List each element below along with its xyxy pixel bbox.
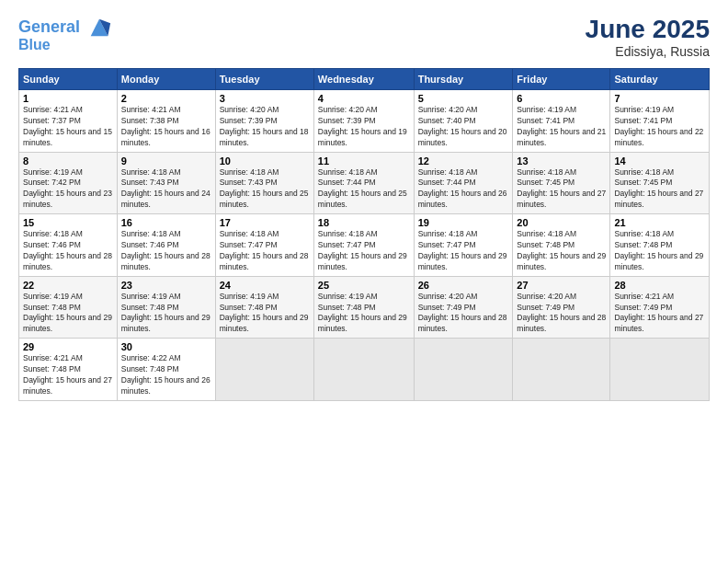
day-number: 16 xyxy=(121,217,211,228)
day-info: Sunrise: 4:18 AM Sunset: 7:47 PM Dayligh… xyxy=(418,229,509,273)
calendar-cell: 18 Sunrise: 4:18 AM Sunset: 7:47 PM Dayl… xyxy=(313,214,414,277)
day-number: 11 xyxy=(318,155,410,167)
calendar-cell: 4 Sunrise: 4:20 AM Sunset: 7:39 PM Dayli… xyxy=(313,90,414,153)
header-wednesday: Wednesday xyxy=(313,69,414,90)
calendar-table: Sunday Monday Tuesday Wednesday Thursday… xyxy=(18,68,710,401)
day-number: 23 xyxy=(121,280,211,291)
day-info: Sunrise: 4:19 AM Sunset: 7:48 PM Dayligh… xyxy=(23,292,113,336)
header-monday: Monday xyxy=(117,69,215,90)
day-number: 13 xyxy=(517,155,606,167)
calendar-week-row: 1 Sunrise: 4:21 AM Sunset: 7:37 PM Dayli… xyxy=(19,90,710,153)
calendar-cell: 19 Sunrise: 4:18 AM Sunset: 7:47 PM Dayl… xyxy=(414,214,513,277)
logo-icon xyxy=(86,15,112,40)
day-number: 12 xyxy=(418,155,509,167)
header-thursday: Thursday xyxy=(414,69,513,90)
day-info: Sunrise: 4:19 AM Sunset: 7:42 PM Dayligh… xyxy=(23,167,113,212)
month-title: June 2025 xyxy=(586,15,710,44)
day-number: 24 xyxy=(220,280,310,291)
calendar-week-row: 8 Sunrise: 4:19 AM Sunset: 7:42 PM Dayli… xyxy=(19,152,710,214)
day-number: 26 xyxy=(418,280,509,291)
calendar-cell: 13 Sunrise: 4:18 AM Sunset: 7:45 PM Dayl… xyxy=(513,152,610,214)
calendar-cell: 8 Sunrise: 4:19 AM Sunset: 7:42 PM Dayli… xyxy=(19,152,118,214)
calendar-cell xyxy=(610,339,710,401)
calendar-cell: 25 Sunrise: 4:19 AM Sunset: 7:48 PM Dayl… xyxy=(313,276,414,339)
header-friday: Friday xyxy=(513,69,610,90)
calendar-cell: 28 Sunrise: 4:21 AM Sunset: 7:49 PM Dayl… xyxy=(610,276,710,339)
day-info: Sunrise: 4:18 AM Sunset: 7:46 PM Dayligh… xyxy=(121,229,211,273)
day-info: Sunrise: 4:18 AM Sunset: 7:45 PM Dayligh… xyxy=(614,167,705,212)
day-info: Sunrise: 4:18 AM Sunset: 7:48 PM Dayligh… xyxy=(517,229,606,273)
calendar-cell: 12 Sunrise: 4:18 AM Sunset: 7:44 PM Dayl… xyxy=(414,152,513,214)
day-number: 29 xyxy=(23,341,113,352)
day-number: 14 xyxy=(614,155,705,167)
day-info: Sunrise: 4:21 AM Sunset: 7:38 PM Dayligh… xyxy=(121,105,211,149)
calendar-cell: 29 Sunrise: 4:21 AM Sunset: 7:48 PM Dayl… xyxy=(19,339,118,401)
header-sunday: Sunday xyxy=(19,69,118,90)
day-number: 9 xyxy=(121,155,211,167)
day-info: Sunrise: 4:19 AM Sunset: 7:41 PM Dayligh… xyxy=(614,105,705,149)
day-info: Sunrise: 4:18 AM Sunset: 7:43 PM Dayligh… xyxy=(121,167,211,212)
calendar-cell: 30 Sunrise: 4:22 AM Sunset: 7:48 PM Dayl… xyxy=(117,339,215,401)
day-number: 20 xyxy=(517,217,606,228)
calendar-cell: 9 Sunrise: 4:18 AM Sunset: 7:43 PM Dayli… xyxy=(117,152,215,214)
day-info: Sunrise: 4:18 AM Sunset: 7:48 PM Dayligh… xyxy=(614,229,705,273)
calendar-week-row: 29 Sunrise: 4:21 AM Sunset: 7:48 PM Dayl… xyxy=(19,339,710,401)
calendar-cell: 21 Sunrise: 4:18 AM Sunset: 7:48 PM Dayl… xyxy=(610,214,710,277)
day-info: Sunrise: 4:18 AM Sunset: 7:47 PM Dayligh… xyxy=(220,229,310,273)
calendar-cell: 10 Sunrise: 4:18 AM Sunset: 7:43 PM Dayl… xyxy=(215,152,313,214)
calendar-cell: 3 Sunrise: 4:20 AM Sunset: 7:39 PM Dayli… xyxy=(215,90,313,153)
day-number: 10 xyxy=(220,155,310,167)
day-number: 19 xyxy=(418,217,509,228)
day-info: Sunrise: 4:20 AM Sunset: 7:39 PM Dayligh… xyxy=(220,105,310,149)
day-info: Sunrise: 4:18 AM Sunset: 7:43 PM Dayligh… xyxy=(220,167,310,212)
calendar-cell: 26 Sunrise: 4:20 AM Sunset: 7:49 PM Dayl… xyxy=(414,276,513,339)
calendar-cell: 23 Sunrise: 4:19 AM Sunset: 7:48 PM Dayl… xyxy=(117,276,215,339)
calendar-cell: 11 Sunrise: 4:18 AM Sunset: 7:44 PM Dayl… xyxy=(313,152,414,214)
day-number: 5 xyxy=(418,93,509,104)
calendar-cell: 5 Sunrise: 4:20 AM Sunset: 7:40 PM Dayli… xyxy=(414,90,513,153)
calendar-cell: 22 Sunrise: 4:19 AM Sunset: 7:48 PM Dayl… xyxy=(19,276,118,339)
calendar-cell: 20 Sunrise: 4:18 AM Sunset: 7:48 PM Dayl… xyxy=(513,214,610,277)
page: General Blue June 2025 Edissiya, Russia … xyxy=(0,0,728,563)
calendar-header-row: Sunday Monday Tuesday Wednesday Thursday… xyxy=(19,69,710,90)
day-info: Sunrise: 4:20 AM Sunset: 7:49 PM Dayligh… xyxy=(418,292,509,336)
day-info: Sunrise: 4:21 AM Sunset: 7:49 PM Dayligh… xyxy=(614,292,705,336)
day-info: Sunrise: 4:20 AM Sunset: 7:40 PM Dayligh… xyxy=(418,105,509,149)
day-number: 22 xyxy=(23,280,113,291)
day-info: Sunrise: 4:18 AM Sunset: 7:44 PM Dayligh… xyxy=(418,167,509,212)
calendar-cell xyxy=(513,339,610,401)
calendar-cell: 2 Sunrise: 4:21 AM Sunset: 7:38 PM Dayli… xyxy=(117,90,215,153)
day-number: 28 xyxy=(614,280,705,291)
day-info: Sunrise: 4:20 AM Sunset: 7:49 PM Dayligh… xyxy=(517,292,606,336)
calendar-cell xyxy=(313,339,414,401)
day-info: Sunrise: 4:19 AM Sunset: 7:41 PM Dayligh… xyxy=(517,105,606,149)
day-info: Sunrise: 4:21 AM Sunset: 7:37 PM Dayligh… xyxy=(23,105,113,149)
day-number: 18 xyxy=(318,217,410,228)
day-number: 17 xyxy=(220,217,310,228)
day-number: 3 xyxy=(220,93,310,104)
day-number: 15 xyxy=(23,217,113,228)
calendar-week-row: 15 Sunrise: 4:18 AM Sunset: 7:46 PM Dayl… xyxy=(19,214,710,277)
title-block: June 2025 Edissiya, Russia xyxy=(586,15,710,59)
calendar-cell xyxy=(414,339,513,401)
day-number: 6 xyxy=(517,93,606,104)
calendar-cell: 1 Sunrise: 4:21 AM Sunset: 7:37 PM Dayli… xyxy=(19,90,118,153)
day-info: Sunrise: 4:19 AM Sunset: 7:48 PM Dayligh… xyxy=(121,292,211,336)
calendar-week-row: 22 Sunrise: 4:19 AM Sunset: 7:48 PM Dayl… xyxy=(19,276,710,339)
header-tuesday: Tuesday xyxy=(215,69,313,90)
calendar-cell xyxy=(215,339,313,401)
day-info: Sunrise: 4:21 AM Sunset: 7:48 PM Dayligh… xyxy=(23,353,113,397)
day-number: 30 xyxy=(121,341,211,352)
day-info: Sunrise: 4:18 AM Sunset: 7:46 PM Dayligh… xyxy=(23,229,113,273)
calendar-cell: 15 Sunrise: 4:18 AM Sunset: 7:46 PM Dayl… xyxy=(19,214,118,277)
day-info: Sunrise: 4:19 AM Sunset: 7:48 PM Dayligh… xyxy=(220,292,310,336)
day-number: 4 xyxy=(318,93,410,104)
calendar-cell: 27 Sunrise: 4:20 AM Sunset: 7:49 PM Dayl… xyxy=(513,276,610,339)
calendar-cell: 14 Sunrise: 4:18 AM Sunset: 7:45 PM Dayl… xyxy=(610,152,710,214)
day-number: 2 xyxy=(121,93,211,104)
calendar-cell: 24 Sunrise: 4:19 AM Sunset: 7:48 PM Dayl… xyxy=(215,276,313,339)
day-info: Sunrise: 4:19 AM Sunset: 7:48 PM Dayligh… xyxy=(318,292,410,336)
day-number: 25 xyxy=(318,280,410,291)
calendar-cell: 7 Sunrise: 4:19 AM Sunset: 7:41 PM Dayli… xyxy=(610,90,710,153)
calendar-cell: 16 Sunrise: 4:18 AM Sunset: 7:46 PM Dayl… xyxy=(117,214,215,277)
